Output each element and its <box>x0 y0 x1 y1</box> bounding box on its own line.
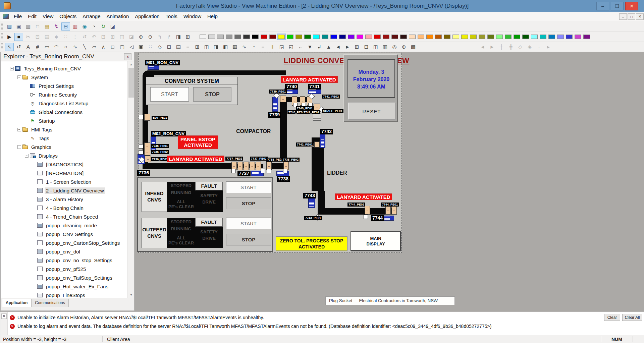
send-back-icon[interactable]: ◪ <box>127 33 136 41</box>
multistate-indicator-icon[interactable]: ∷ <box>146 43 155 51</box>
error-gutter-close-icon[interactable]: ✕ <box>1 313 7 319</box>
color-swatch[interactable] <box>583 35 590 39</box>
arrow-up-icon[interactable]: ▲ <box>324 43 333 51</box>
color-swatch[interactable] <box>383 35 389 39</box>
menu-item[interactable]: View <box>40 12 56 20</box>
arc-tool-icon[interactable]: ◠ <box>52 43 61 51</box>
tree-expander-icon[interactable] <box>10 67 14 70</box>
polygon-tool-icon[interactable]: ▱ <box>90 43 98 51</box>
redo-right-icon[interactable]: ↱ <box>165 33 173 41</box>
rotate-icon[interactable]: ↺ <box>80 33 89 41</box>
tree-item[interactable]: System <box>1 73 127 81</box>
color-swatch[interactable] <box>200 35 206 39</box>
tree-item[interactable]: HMI Tags <box>1 125 127 134</box>
group-icon[interactable]: ⊡ <box>99 33 108 41</box>
color-swatch[interactable] <box>313 35 320 39</box>
tree-item[interactable]: Tags <box>1 134 127 142</box>
color-swatch[interactable] <box>252 35 259 39</box>
symbol-factory-icon[interactable]: ◇ <box>155 43 164 51</box>
color-swatch[interactable] <box>409 35 416 39</box>
grid-icon[interactable]: ∷ <box>61 33 70 41</box>
color-swatch[interactable] <box>322 35 328 39</box>
line-tool-icon[interactable]: ╲ <box>80 43 89 51</box>
tree-item[interactable]: popup_cnv_dol <box>1 247 127 256</box>
dot-icon[interactable]: · <box>535 43 543 51</box>
return-display-icon[interactable]: ◧ <box>221 43 230 51</box>
color-swatch[interactable] <box>330 35 337 39</box>
edit-display-icon[interactable]: ■ <box>14 33 23 41</box>
freehand-tool-icon[interactable]: ∿ <box>71 43 79 51</box>
color-swatch[interactable] <box>348 35 355 39</box>
nav-left-icon[interactable]: ◄ <box>478 43 487 51</box>
snap-icon[interactable]: ⋮ <box>71 33 79 41</box>
macro-stop-icon[interactable]: ◱ <box>287 43 296 51</box>
alarm-list-icon[interactable]: ≡ <box>259 43 267 51</box>
color-swatch[interactable] <box>444 35 450 39</box>
goto-display-icon[interactable]: ◨ <box>212 43 220 51</box>
scroll-up-icon[interactable]: ▲ <box>128 61 134 67</box>
outfeed-stop-button[interactable]: STOP <box>226 234 271 245</box>
arrow-down-icon[interactable]: ▼ <box>306 43 314 51</box>
color-swatch[interactable] <box>400 35 407 39</box>
string-display-icon[interactable]: ⊞ <box>193 43 202 51</box>
ungroup-icon[interactable]: ⊞ <box>108 33 117 41</box>
arrow-left-icon[interactable]: ← <box>296 43 305 51</box>
tree-item[interactable]: popup_cleaning_mode <box>1 221 127 230</box>
next-display-icon[interactable]: ► <box>343 43 352 51</box>
arrow-return-icon[interactable]: ↲ <box>315 43 324 51</box>
rounded-rect-tool-icon[interactable]: ▢ <box>118 43 126 51</box>
application-manager-icon[interactable]: ◉ <box>80 22 89 31</box>
tree-item[interactable]: popup_LineStops <box>1 291 127 298</box>
menu-item[interactable]: Tools <box>163 12 180 20</box>
save-icon[interactable]: ▣ <box>14 22 23 31</box>
tree-item[interactable]: [INFORMATION] <box>1 169 127 177</box>
zoom-out-icon[interactable]: ⊖ <box>146 33 155 41</box>
mdi-minimize-button[interactable]: – <box>619 13 627 20</box>
explorer-tab[interactable]: Communications <box>31 299 68 307</box>
tree-item[interactable]: 4 - Trend_Chain Speed <box>1 212 127 221</box>
object-explorer-icon[interactable]: ⊞ <box>183 33 192 41</box>
menu-item[interactable]: Objects <box>56 12 79 20</box>
color-swatch[interactable] <box>452 35 459 39</box>
trend-icon[interactable]: ∿ <box>240 43 249 51</box>
tree-expander-icon[interactable] <box>17 75 21 79</box>
clear-all-button[interactable]: Clear All <box>622 314 642 321</box>
color-swatch[interactable] <box>531 35 538 39</box>
tree-expander-icon[interactable] <box>25 154 29 158</box>
tree-item[interactable]: popup_cnv_no_stop_Settings <box>1 256 127 265</box>
menu-item[interactable]: Window <box>180 12 204 20</box>
color-swatch[interactable] <box>540 35 546 39</box>
color-swatch[interactable] <box>226 35 232 39</box>
scroll-thumb[interactable] <box>128 68 134 98</box>
color-swatch[interactable] <box>566 35 573 39</box>
open-icon[interactable]: ▤ <box>43 22 51 31</box>
color-swatch[interactable] <box>426 35 433 39</box>
select-tool-icon[interactable]: ↖ <box>5 43 14 51</box>
bring-front-icon[interactable]: ◫ <box>118 33 126 41</box>
fill-icon[interactable]: ▩ <box>409 43 418 51</box>
tree-expander-icon[interactable] <box>17 145 21 149</box>
color-swatch[interactable] <box>357 35 363 39</box>
tree-item[interactable]: Global Connections <box>1 108 127 116</box>
tree-scrollbar[interactable]: ▲ ▼ <box>127 61 134 298</box>
refresh-icon[interactable]: ↻ <box>99 22 108 31</box>
tree-item[interactable]: Graphics <box>1 142 127 151</box>
zoom-in-icon[interactable]: ⊕ <box>137 33 145 41</box>
tree-item[interactable]: popup_cnv_TailStop_Settings <box>1 273 127 282</box>
color-swatch[interactable] <box>461 35 468 39</box>
alarm-printer-icon[interactable]: ▥ <box>71 22 79 31</box>
menu-item[interactable]: Help <box>204 12 221 20</box>
tree-item[interactable]: Diagnostics List Setup <box>1 99 127 108</box>
infeed-start-button[interactable]: START <box>226 181 271 193</box>
new-display-icon[interactable]: □ <box>33 22 42 31</box>
button-tool-icon[interactable]: ▣ <box>137 43 145 51</box>
tree-item[interactable]: popup_CNV Settings <box>1 230 127 238</box>
nav-right-icon[interactable]: ► <box>488 43 496 51</box>
menu-item[interactable]: Application <box>132 12 162 20</box>
minimize-button[interactable]: – <box>596 2 609 10</box>
control-list-icon[interactable]: ≡ <box>183 43 192 51</box>
text-tool-icon[interactable]: A <box>24 43 33 51</box>
color-swatch[interactable] <box>365 35 372 39</box>
test-display-icon[interactable]: ▶ <box>5 33 14 41</box>
panel-tool-icon[interactable]: ▭ <box>43 43 51 51</box>
